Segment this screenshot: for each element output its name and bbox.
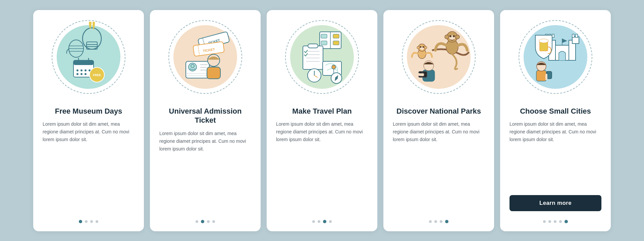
- card-small-cities: Choose Small Cities Lorem ipsum dolor si…: [500, 10, 611, 231]
- svg-point-14: [80, 69, 83, 71]
- svg-marker-89: [562, 39, 567, 43]
- dots-parks: [429, 216, 448, 223]
- svg-rect-42: [333, 34, 339, 38]
- dot-3[interactable]: [554, 220, 556, 223]
- svg-point-65: [455, 35, 460, 39]
- svg-point-0: [83, 28, 101, 49]
- ticket-icon: TICKET TICKET: [170, 22, 240, 92]
- svg-rect-92: [536, 70, 546, 81]
- dot-4[interactable]: [96, 220, 98, 223]
- dots-cities: [543, 216, 568, 223]
- dot-1[interactable]: [196, 220, 198, 223]
- travel-plan-icon: [287, 22, 357, 92]
- svg-rect-37: [207, 67, 220, 79]
- svg-point-63: [453, 35, 455, 37]
- illustration-free-museum: FREE: [43, 10, 135, 104]
- dot-2[interactable]: [548, 220, 551, 223]
- card-body-admission: Lorem ipsum dolor sit dim amet, mea regi…: [159, 130, 251, 210]
- card-travel-plan: Make Travel Plan Lorem ipsum dolor sit d…: [267, 10, 377, 231]
- dots-free-museum: [79, 216, 98, 223]
- svg-rect-85: [572, 34, 574, 38]
- svg-rect-86: [576, 34, 578, 38]
- illustration-cities: [509, 10, 601, 104]
- learn-more-button[interactable]: Learn more: [509, 195, 601, 211]
- dot-3[interactable]: [207, 220, 210, 223]
- card-title-travel: Make Travel Plan: [292, 107, 352, 116]
- dot-4[interactable]: [212, 220, 215, 223]
- svg-rect-45: [308, 44, 318, 48]
- dot-2[interactable]: [318, 220, 320, 223]
- small-cities-icon: [519, 20, 592, 94]
- card-body-free-museum: Lorem ipsum dolor sit dim amet, mea regi…: [43, 120, 135, 210]
- dots-travel: [312, 216, 332, 223]
- svg-point-91: [539, 39, 548, 43]
- svg-point-18: [80, 73, 83, 75]
- museum-icon: FREE: [53, 22, 124, 92]
- dot-2[interactable]: [434, 220, 437, 223]
- card-body-travel: Lorem ipsum dolor sit dim amet, mea regi…: [276, 120, 368, 210]
- card-title-cities: Choose Small Cities: [520, 107, 591, 116]
- dot-1[interactable]: [79, 220, 82, 223]
- card-body-parks: Lorem ipsum dolor sit dim amet, mea regi…: [393, 120, 485, 210]
- svg-rect-44: [303, 46, 323, 69]
- dots-admission: [196, 216, 215, 223]
- card-title-parks: Discover National Parks: [396, 107, 481, 116]
- card-title-admission: Universal Admission Ticket: [159, 107, 251, 125]
- svg-point-17: [76, 73, 78, 75]
- dot-2[interactable]: [85, 220, 88, 223]
- card-title-free-museum: Free Museum Days: [55, 107, 122, 116]
- svg-point-15: [85, 69, 87, 71]
- dot-2[interactable]: [201, 220, 204, 223]
- dot-1[interactable]: [543, 220, 546, 223]
- dot-3[interactable]: [90, 220, 93, 223]
- illustration-travel: [276, 10, 368, 104]
- illustration-admission: TICKET TICKET: [159, 10, 251, 104]
- dot-4[interactable]: [559, 220, 562, 223]
- dot-3[interactable]: [323, 220, 326, 223]
- national-parks-icon: [402, 20, 476, 94]
- svg-point-54: [332, 65, 336, 69]
- dot-5[interactable]: [565, 220, 568, 223]
- svg-rect-9: [73, 60, 94, 65]
- card-admission-ticket: TICKET TICKET: [150, 10, 261, 231]
- svg-point-72: [424, 46, 427, 49]
- svg-rect-41: [321, 41, 327, 45]
- illustration-parks: [393, 10, 485, 104]
- svg-rect-40: [321, 34, 327, 38]
- svg-point-62: [449, 35, 451, 37]
- cards-container: FREE Free Museum Days Lorem ipsum dolor …: [0, 0, 644, 241]
- svg-point-13: [76, 69, 78, 71]
- card-national-parks: Discover National Parks Lorem ipsum dolo…: [383, 10, 494, 231]
- dot-1[interactable]: [429, 220, 432, 223]
- dot-4[interactable]: [329, 220, 332, 223]
- svg-point-71: [417, 46, 420, 49]
- svg-point-70: [423, 46, 424, 48]
- svg-point-36: [208, 54, 220, 66]
- svg-rect-81: [572, 37, 579, 44]
- svg-point-19: [85, 73, 87, 75]
- dot-3[interactable]: [440, 220, 442, 223]
- svg-point-64: [445, 35, 449, 39]
- card-body-cities: Lorem ipsum dolor sit dim amet, mea regi…: [509, 120, 601, 188]
- dot-1[interactable]: [312, 220, 315, 223]
- svg-text:FREE: FREE: [93, 73, 101, 77]
- svg-rect-43: [333, 41, 339, 45]
- card-free-museum: FREE Free Museum Days Lorem ipsum dolor …: [33, 10, 144, 231]
- dot-4[interactable]: [445, 220, 448, 223]
- svg-point-69: [420, 46, 422, 48]
